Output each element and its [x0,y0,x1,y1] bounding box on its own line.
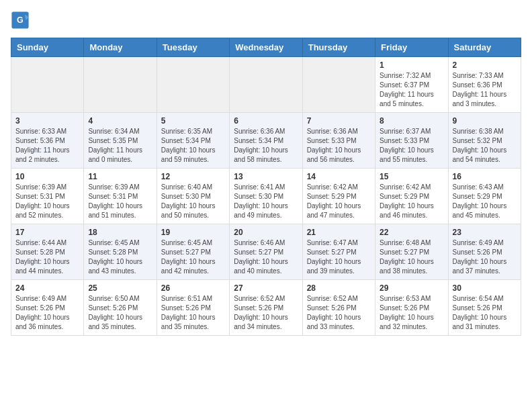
day-info: Sunrise: 6:38 AM Sunset: 5:32 PM Dayligh… [453,127,517,165]
calendar-cell: 3Sunrise: 6:33 AM Sunset: 5:36 PM Daylig… [11,113,84,169]
calendar-header-row: SundayMondayTuesdayWednesdayThursdayFrid… [11,38,521,57]
day-number: 30 [453,283,517,293]
day-number: 26 [161,283,225,293]
calendar-cell: 22Sunrise: 6:48 AM Sunset: 5:27 PM Dayli… [375,224,448,280]
calendar-cell: 7Sunrise: 6:36 AM Sunset: 5:33 PM Daylig… [302,113,375,169]
day-number: 10 [15,172,79,181]
calendar-cell: 19Sunrise: 6:45 AM Sunset: 5:27 PM Dayli… [157,224,229,280]
day-info: Sunrise: 6:54 AM Sunset: 5:26 PM Dayligh… [453,294,517,332]
calendar-cell: 1Sunrise: 7:32 AM Sunset: 6:37 PM Daylig… [375,57,448,113]
day-number: 21 [307,228,371,237]
logo-icon: G [11,11,30,30]
day-info: Sunrise: 6:41 AM Sunset: 5:30 PM Dayligh… [234,183,298,220]
weekday-header: Sunday [11,38,84,57]
day-number: 1 [380,60,443,70]
calendar-cell: 5Sunrise: 6:35 AM Sunset: 5:34 PM Daylig… [157,113,229,169]
calendar-cell: 16Sunrise: 6:43 AM Sunset: 5:29 PM Dayli… [448,169,521,224]
day-number: 29 [380,283,443,293]
day-number: 3 [15,116,79,126]
calendar-cell: 21Sunrise: 6:47 AM Sunset: 5:27 PM Dayli… [302,224,375,280]
day-info: Sunrise: 6:33 AM Sunset: 5:36 PM Dayligh… [15,127,79,165]
calendar-cell [302,57,375,113]
day-info: Sunrise: 7:32 AM Sunset: 6:37 PM Dayligh… [380,71,443,109]
calendar-cell: 24Sunrise: 6:49 AM Sunset: 5:26 PM Dayli… [11,280,84,336]
day-info: Sunrise: 6:48 AM Sunset: 5:27 PM Dayligh… [380,238,443,276]
calendar-cell: 29Sunrise: 6:53 AM Sunset: 5:26 PM Dayli… [375,280,448,336]
day-info: Sunrise: 6:46 AM Sunset: 5:27 PM Dayligh… [234,238,298,276]
day-number: 2 [453,60,517,70]
day-number: 17 [15,228,79,237]
weekday-header: Monday [84,38,157,57]
calendar-week-row: 1Sunrise: 7:32 AM Sunset: 6:37 PM Daylig… [11,57,521,113]
day-number: 6 [234,116,298,126]
day-info: Sunrise: 6:45 AM Sunset: 5:27 PM Dayligh… [161,238,225,276]
day-info: Sunrise: 6:47 AM Sunset: 5:27 PM Dayligh… [307,238,371,276]
calendar-cell: 9Sunrise: 6:38 AM Sunset: 5:32 PM Daylig… [448,113,521,169]
calendar-cell: 30Sunrise: 6:54 AM Sunset: 5:26 PM Dayli… [448,280,521,336]
day-number: 5 [161,116,225,126]
calendar-cell: 18Sunrise: 6:45 AM Sunset: 5:28 PM Dayli… [84,224,157,280]
day-number: 20 [234,228,298,237]
day-info: Sunrise: 6:42 AM Sunset: 5:29 PM Dayligh… [380,183,443,220]
calendar-cell [157,57,229,113]
calendar-cell: 26Sunrise: 6:51 AM Sunset: 5:26 PM Dayli… [157,280,229,336]
day-number: 28 [307,283,371,293]
day-number: 19 [161,228,225,237]
calendar-cell: 14Sunrise: 6:42 AM Sunset: 5:29 PM Dayli… [302,169,375,224]
calendar-cell: 13Sunrise: 6:41 AM Sunset: 5:30 PM Dayli… [230,169,302,224]
day-info: Sunrise: 6:52 AM Sunset: 5:26 PM Dayligh… [234,294,298,332]
day-info: Sunrise: 6:34 AM Sunset: 5:35 PM Dayligh… [88,127,152,165]
calendar-cell: 28Sunrise: 6:52 AM Sunset: 5:26 PM Dayli… [302,280,375,336]
day-number: 24 [15,283,79,293]
calendar-cell [11,57,84,113]
day-info: Sunrise: 6:42 AM Sunset: 5:29 PM Dayligh… [307,183,371,220]
day-number: 11 [88,172,152,181]
day-info: Sunrise: 6:51 AM Sunset: 5:26 PM Dayligh… [161,294,225,332]
day-info: Sunrise: 6:39 AM Sunset: 5:31 PM Dayligh… [88,183,152,220]
day-info: Sunrise: 6:49 AM Sunset: 5:26 PM Dayligh… [453,238,517,276]
calendar-cell: 25Sunrise: 6:50 AM Sunset: 5:26 PM Dayli… [84,280,157,336]
day-number: 14 [307,172,371,181]
calendar: SundayMondayTuesdayWednesdayThursdayFrid… [11,38,521,336]
day-number: 23 [453,228,517,237]
day-info: Sunrise: 6:43 AM Sunset: 5:29 PM Dayligh… [453,183,517,220]
day-info: Sunrise: 6:37 AM Sunset: 5:33 PM Dayligh… [380,127,443,165]
calendar-week-row: 3Sunrise: 6:33 AM Sunset: 5:36 PM Daylig… [11,113,521,169]
calendar-cell: 27Sunrise: 6:52 AM Sunset: 5:26 PM Dayli… [230,280,302,336]
calendar-cell: 4Sunrise: 6:34 AM Sunset: 5:35 PM Daylig… [84,113,157,169]
day-number: 12 [161,172,225,181]
weekday-header: Friday [375,38,448,57]
calendar-cell: 15Sunrise: 6:42 AM Sunset: 5:29 PM Dayli… [375,169,448,224]
day-number: 16 [453,172,517,181]
weekday-header: Saturday [448,38,521,57]
day-info: Sunrise: 6:50 AM Sunset: 5:26 PM Dayligh… [88,294,152,332]
day-info: Sunrise: 6:36 AM Sunset: 5:34 PM Dayligh… [234,127,298,165]
day-info: Sunrise: 6:40 AM Sunset: 5:30 PM Dayligh… [161,183,225,220]
calendar-cell: 10Sunrise: 6:39 AM Sunset: 5:31 PM Dayli… [11,169,84,224]
day-info: Sunrise: 6:53 AM Sunset: 5:26 PM Dayligh… [380,294,443,332]
calendar-cell: 8Sunrise: 6:37 AM Sunset: 5:33 PM Daylig… [375,113,448,169]
day-info: Sunrise: 7:33 AM Sunset: 6:36 PM Dayligh… [453,71,517,109]
calendar-cell: 20Sunrise: 6:46 AM Sunset: 5:27 PM Dayli… [230,224,302,280]
day-number: 27 [234,283,298,293]
day-info: Sunrise: 6:39 AM Sunset: 5:31 PM Dayligh… [15,183,79,220]
calendar-cell: 2Sunrise: 7:33 AM Sunset: 6:36 PM Daylig… [448,57,521,113]
calendar-cell [84,57,157,113]
day-number: 9 [453,116,517,126]
calendar-cell: 23Sunrise: 6:49 AM Sunset: 5:26 PM Dayli… [448,224,521,280]
day-number: 25 [88,283,152,293]
calendar-cell: 6Sunrise: 6:36 AM Sunset: 5:34 PM Daylig… [230,113,302,169]
calendar-week-row: 24Sunrise: 6:49 AM Sunset: 5:26 PM Dayli… [11,280,521,336]
day-number: 18 [88,228,152,237]
day-info: Sunrise: 6:35 AM Sunset: 5:34 PM Dayligh… [161,127,225,165]
calendar-cell: 17Sunrise: 6:44 AM Sunset: 5:28 PM Dayli… [11,224,84,280]
day-info: Sunrise: 6:36 AM Sunset: 5:33 PM Dayligh… [307,127,371,165]
header: G [11,11,521,30]
weekday-header: Wednesday [230,38,302,57]
calendar-cell [230,57,302,113]
day-info: Sunrise: 6:44 AM Sunset: 5:28 PM Dayligh… [15,238,79,276]
calendar-cell: 12Sunrise: 6:40 AM Sunset: 5:30 PM Dayli… [157,169,229,224]
day-number: 13 [234,172,298,181]
weekday-header: Tuesday [157,38,229,57]
day-number: 15 [380,172,443,181]
